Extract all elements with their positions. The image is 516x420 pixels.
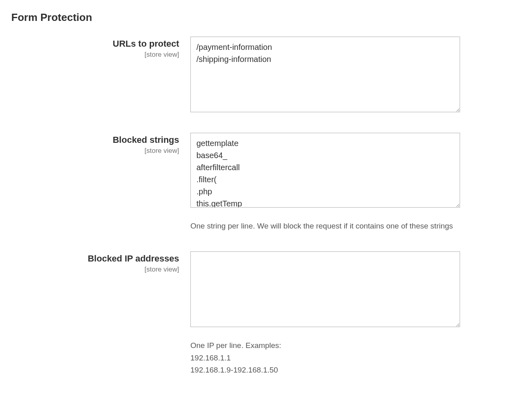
urls-to-protect-label: URLs to protect bbox=[11, 38, 179, 50]
blocked-ips-textarea[interactable] bbox=[190, 251, 460, 327]
urls-to-protect-textarea[interactable] bbox=[190, 37, 460, 112]
field-label-column: URLs to protect [store view] bbox=[11, 37, 190, 59]
field-row-blocked-ips: Blocked IP addresses [store view] One IP… bbox=[11, 251, 505, 376]
section-title: Form Protection bbox=[11, 11, 505, 24]
field-label-column: Blocked IP addresses [store view] bbox=[11, 251, 190, 274]
urls-to-protect-scope: [store view] bbox=[11, 51, 179, 59]
blocked-ips-hint: One IP per line. Examples: 192.168.1.1 1… bbox=[190, 340, 460, 376]
field-row-urls-to-protect: URLs to protect [store view] bbox=[11, 37, 505, 113]
field-label-column: Blocked strings [store view] bbox=[11, 133, 190, 155]
field-input-column bbox=[190, 37, 460, 113]
blocked-strings-hint: One string per line. We will block the r… bbox=[190, 220, 460, 232]
blocked-ips-label: Blocked IP addresses bbox=[11, 253, 179, 265]
form-protection-section: Form Protection URLs to protect [store v… bbox=[11, 11, 505, 377]
field-input-column: One string per line. We will block the r… bbox=[190, 133, 460, 232]
blocked-ips-scope: [store view] bbox=[11, 266, 179, 274]
blocked-strings-label: Blocked strings bbox=[11, 134, 179, 146]
field-input-column: One IP per line. Examples: 192.168.1.1 1… bbox=[190, 251, 460, 376]
field-row-blocked-strings: Blocked strings [store view] One string … bbox=[11, 133, 505, 232]
blocked-strings-scope: [store view] bbox=[11, 147, 179, 155]
blocked-strings-textarea[interactable] bbox=[190, 133, 460, 208]
